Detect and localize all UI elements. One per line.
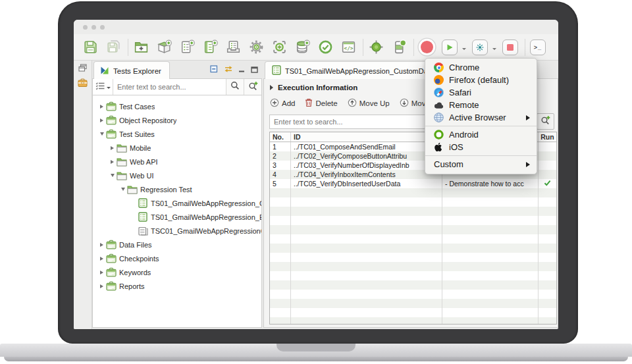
sync-button[interactable] bbox=[224, 64, 233, 76]
restore-panel-icon[interactable] bbox=[74, 61, 92, 75]
tree-item-data-files[interactable]: Data Files bbox=[93, 238, 261, 251]
maximize-button[interactable] bbox=[251, 64, 258, 76]
run-checkbox[interactable] bbox=[539, 142, 556, 151]
column-header-id[interactable]: ID bbox=[291, 132, 442, 142]
tree-expand-arrow-icon[interactable] bbox=[98, 118, 105, 122]
cell-run bbox=[539, 271, 556, 280]
dropdown-caret-icon[interactable] bbox=[462, 48, 466, 52]
move-up-button[interactable]: Move Up bbox=[348, 98, 390, 109]
menu-item-android[interactable]: Android bbox=[425, 128, 537, 141]
tree-expand-arrow-icon[interactable] bbox=[98, 257, 105, 261]
checkpoint-button[interactable] bbox=[317, 39, 334, 56]
new-test-suite-button[interactable] bbox=[201, 39, 219, 56]
save-button[interactable] bbox=[82, 39, 99, 56]
menu-item-safari[interactable]: Safari bbox=[425, 86, 537, 99]
cell-description bbox=[442, 234, 539, 244]
explorer-search-input[interactable] bbox=[113, 79, 226, 95]
new-test-case-button[interactable] bbox=[178, 39, 196, 56]
window-control-dot[interactable] bbox=[92, 25, 96, 30]
column-header-no[interactable]: No. bbox=[270, 132, 291, 142]
record-mobile-button[interactable] bbox=[390, 39, 408, 56]
tree-item-tsc01-gmailwebappregressionc[interactable]: TSC01_GmailWebAppRegressionC bbox=[93, 224, 261, 238]
tree-item-checkpoints[interactable]: Checkpoints bbox=[93, 251, 261, 265]
save-all-button[interactable] bbox=[105, 39, 122, 56]
add-button[interactable]: Add bbox=[270, 98, 295, 109]
run-button[interactable] bbox=[441, 39, 458, 56]
stop-button[interactable] bbox=[502, 39, 519, 56]
folder-icon bbox=[116, 171, 128, 180]
tree-item-test-suites[interactable]: Test Suites bbox=[93, 127, 261, 141]
cell-run bbox=[539, 197, 556, 207]
tree-item-mobile[interactable]: Mobile bbox=[93, 141, 261, 155]
app-window: </>>_ Tests Explorer Test CasesObject R bbox=[74, 20, 558, 329]
tree-expand-arrow-icon[interactable] bbox=[98, 243, 105, 247]
new-folder-button[interactable] bbox=[132, 39, 149, 56]
filter-button[interactable] bbox=[93, 79, 113, 95]
cell-no bbox=[270, 188, 291, 197]
debug-button[interactable] bbox=[471, 39, 488, 56]
record-button[interactable] bbox=[418, 39, 435, 56]
table-empty-row bbox=[270, 197, 556, 207]
tree-expand-arrow-icon[interactable] bbox=[98, 105, 105, 109]
tree-item-reports[interactable]: Reports bbox=[93, 279, 261, 293]
toolbox-icon[interactable] bbox=[74, 75, 92, 90]
cell-no bbox=[270, 308, 291, 317]
execution-information-section[interactable]: Execution Information bbox=[270, 84, 357, 91]
tree-expand-arrow-icon[interactable] bbox=[98, 284, 105, 288]
menu-item-remote[interactable]: Remote bbox=[425, 99, 537, 111]
menu-item-ios[interactable]: iOS bbox=[425, 141, 537, 153]
capture-object-button[interactable] bbox=[271, 39, 288, 56]
settings-gear-button[interactable] bbox=[248, 39, 265, 56]
run-checkbox[interactable] bbox=[539, 179, 556, 188]
new-data-file-button[interactable] bbox=[294, 39, 311, 56]
menu-item-chrome[interactable]: Chrome bbox=[425, 61, 537, 74]
menu-item-custom[interactable]: Custom bbox=[425, 158, 537, 170]
new-package-button[interactable] bbox=[155, 39, 172, 56]
tree-expand-arrow-icon[interactable] bbox=[109, 160, 116, 164]
window-control-dot[interactable] bbox=[100, 25, 105, 30]
tree-expand-arrow-icon[interactable] bbox=[98, 132, 105, 136]
table-empty-row bbox=[270, 299, 556, 308]
tree-item-web-api[interactable]: Web API bbox=[93, 155, 261, 169]
tree-item-test-cases[interactable]: Test Cases bbox=[93, 99, 261, 113]
tree-item-label: Data Files bbox=[119, 241, 152, 249]
tab-test-suite[interactable]: TS01_GmailWebAppRegression_CustomDa bbox=[265, 61, 435, 80]
cell-no: 1 bbox=[270, 142, 291, 151]
table-row[interactable]: 5../TC05_VerifyDbInsertedUserData- Demon… bbox=[270, 179, 556, 188]
test-suite-collection-button[interactable] bbox=[224, 39, 242, 56]
menu-item-firefox-default-[interactable]: Firefox (default) bbox=[425, 74, 537, 86]
console-button[interactable]: >_ bbox=[529, 39, 546, 56]
collapse-all-button[interactable] bbox=[210, 64, 219, 76]
run-checkbox[interactable] bbox=[539, 170, 556, 179]
check-icon bbox=[544, 179, 551, 188]
tree-expand-arrow-icon[interactable] bbox=[98, 271, 105, 274]
run-checkbox[interactable] bbox=[539, 151, 556, 161]
search-button[interactable] bbox=[226, 79, 244, 95]
cell-description bbox=[442, 197, 539, 207]
tree-item-object-repository[interactable]: Object Repository bbox=[93, 113, 261, 127]
minimize-button[interactable] bbox=[238, 64, 246, 76]
tree-expand-arrow-icon[interactable] bbox=[119, 188, 126, 191]
menu-item-active-browser[interactable]: Active Browser bbox=[425, 111, 537, 124]
tree-item-ts01-gmailwebappregression-c[interactable]: TS01_GmailWebAppRegression_C bbox=[93, 196, 261, 210]
spy-web-button[interactable] bbox=[367, 39, 384, 56]
tree-expand-arrow-icon[interactable] bbox=[109, 174, 116, 177]
custom-keyword-button[interactable]: </> bbox=[340, 39, 357, 56]
window-control-dot[interactable] bbox=[83, 25, 88, 30]
submenu-arrow-icon bbox=[526, 115, 530, 120]
suite-advanced-search-button[interactable] bbox=[537, 113, 554, 130]
tree-item-web-ui[interactable]: Web UI bbox=[93, 169, 261, 182]
tree-item-ts01-gmailwebappregression-e[interactable]: TS01_GmailWebAppRegression_E bbox=[93, 210, 261, 224]
column-header-run[interactable]: Run bbox=[539, 132, 556, 142]
run-checkbox[interactable] bbox=[539, 161, 556, 170]
tree-item-keywords[interactable]: Keywords bbox=[93, 265, 261, 279]
delete-button[interactable]: Delete bbox=[305, 98, 337, 109]
tree-expand-arrow-icon[interactable] bbox=[109, 146, 116, 150]
cell-no bbox=[270, 271, 291, 280]
dropdown-caret-icon[interactable] bbox=[492, 48, 496, 52]
section-title: Execution Information bbox=[278, 84, 357, 91]
tab-tests-explorer[interactable]: Tests Explorer bbox=[93, 61, 170, 80]
cell-id bbox=[291, 308, 442, 317]
tree-item-regression-test[interactable]: Regression Test bbox=[93, 182, 261, 196]
advanced-search-button[interactable] bbox=[244, 79, 261, 95]
